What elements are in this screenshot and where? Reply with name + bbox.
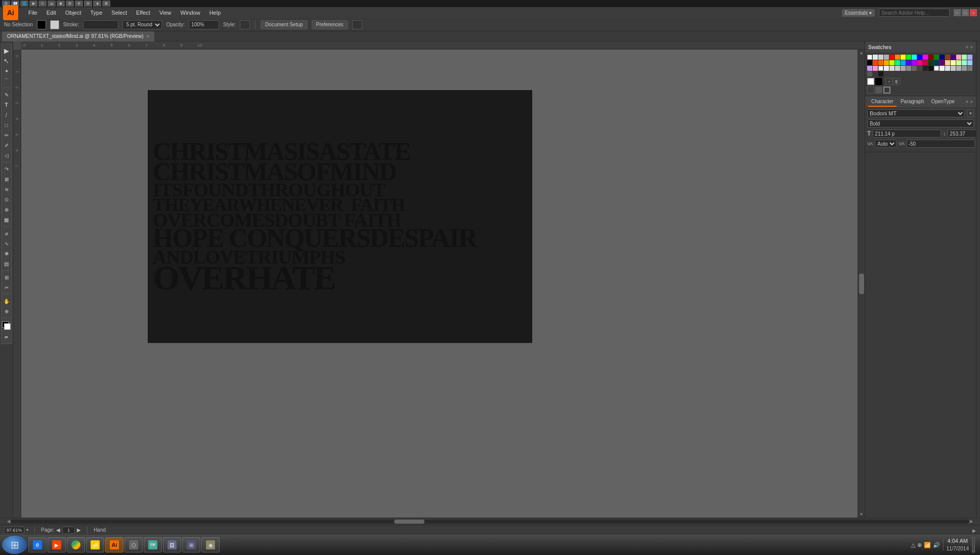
doc-setup-button[interactable]: Document Setup — [261, 20, 308, 29]
zoom-input[interactable] — [4, 527, 24, 534]
tool-scale[interactable]: ⊠ — [2, 175, 11, 184]
taskbar-app1[interactable]: ⬡ — [124, 537, 143, 552]
tool-free-transform[interactable]: ⊕ — [2, 205, 11, 214]
swatch-r3-7[interactable] — [912, 66, 917, 71]
swatch-1[interactable] — [873, 55, 878, 60]
swatch-r3-8[interactable] — [917, 66, 922, 71]
maximize-button[interactable]: □ — [962, 9, 969, 16]
stroke-swatch[interactable] — [50, 20, 59, 29]
font-size-input[interactable] — [873, 130, 941, 138]
font-name-select[interactable]: Bodoni MT — [867, 109, 965, 117]
tool-column-graph[interactable]: ▤ — [2, 259, 11, 268]
swatch-r3-18[interactable] — [867, 71, 872, 76]
menu-edit[interactable]: Edit — [42, 9, 60, 17]
top-icon-7[interactable]: ◉ — [57, 1, 65, 7]
zoom-arrow[interactable]: ▾ — [26, 528, 28, 532]
tray-icon-1[interactable]: △ — [911, 542, 915, 548]
tool-width[interactable]: ⊙ — [2, 195, 11, 204]
tool-eyedropper[interactable]: ⌀ — [2, 229, 11, 238]
swatch-r3-20[interactable] — [878, 71, 883, 76]
tool-selection[interactable]: ▶ — [2, 46, 11, 55]
taskbar-app3[interactable]: ◉ — [201, 537, 220, 552]
page-next[interactable]: ▶ — [77, 527, 81, 533]
top-icon-3[interactable]: 🌐 — [20, 1, 28, 7]
swatch-r3-17[interactable] — [967, 66, 972, 71]
swatch-r3-19[interactable] — [873, 71, 878, 76]
swatch-r3-9[interactable] — [923, 66, 928, 71]
swatch-r3-5[interactable] — [901, 66, 906, 71]
swatch-green[interactable] — [906, 55, 911, 60]
top-icon-9[interactable]: ⊕ — [75, 1, 83, 7]
swap-colors-btn[interactable]: ⇄ — [2, 332, 11, 341]
tool-symbol[interactable]: ❋ — [2, 249, 11, 258]
menu-file[interactable]: File — [24, 9, 41, 17]
taskbar-explorer[interactable]: 📁 — [86, 537, 104, 552]
swatch-lightblue[interactable] — [967, 55, 972, 60]
swatch-yellow[interactable] — [901, 55, 906, 60]
tool-zoom[interactable]: ⊕ — [2, 307, 11, 316]
swatch-white[interactable] — [867, 55, 872, 60]
swatch-r2-15[interactable] — [951, 60, 956, 65]
swatch-r3-16[interactable] — [962, 66, 967, 71]
tool-eraser[interactable]: ◁ — [2, 151, 11, 160]
menu-help[interactable]: Help — [205, 9, 225, 17]
swatches-menu-icon[interactable]: ≡ — [965, 45, 968, 50]
search-input[interactable] — [879, 9, 950, 17]
tab-paragraph[interactable]: Paragraph — [898, 97, 927, 107]
document-tab[interactable]: ORNAMENTTEXT_stateofMind.ai @ 97.61% (RG… — [2, 31, 154, 41]
sound-icon[interactable]: 🔊 — [933, 542, 940, 548]
swatch-r2-11[interactable] — [928, 60, 933, 65]
menu-type[interactable]: Type — [87, 9, 107, 17]
swatch-magenta[interactable] — [923, 55, 928, 60]
tool-blend[interactable]: ∿ — [2, 239, 11, 248]
swatches-collapse-icon[interactable]: × — [970, 45, 973, 50]
scroll-left-arrow[interactable]: ◀ — [7, 519, 10, 524]
menu-select[interactable]: Select — [107, 9, 131, 17]
scroll-down-arrow[interactable]: ▼ — [860, 512, 864, 517]
swatch-darkblue[interactable] — [940, 55, 945, 60]
tool-magic-wand[interactable]: ✦ — [2, 66, 11, 75]
preferences-button[interactable]: Preferences — [312, 20, 348, 29]
new-swatch-btn[interactable]: + — [885, 78, 892, 85]
char-menu-icon[interactable]: ≡ — [965, 99, 968, 104]
top-icon-10[interactable]: ⊗ — [84, 1, 92, 7]
swatch-r2-8[interactable] — [912, 60, 917, 65]
swatch-r3-3[interactable] — [889, 66, 894, 71]
swatch-lg-black[interactable] — [875, 78, 882, 85]
h-scroll-thumb[interactable] — [394, 520, 424, 524]
taskbar-maps[interactable]: 🗺 — [144, 537, 162, 552]
swatch-2[interactable] — [878, 55, 883, 60]
tool-graph[interactable]: ▦ — [2, 215, 11, 224]
tool-rect[interactable]: □ — [2, 120, 11, 130]
swatch-brown[interactable] — [945, 55, 950, 60]
swatch-r3-11[interactable] — [934, 66, 939, 71]
stroke-input[interactable] — [83, 20, 118, 29]
swatch-tool-2[interactable] — [875, 87, 882, 94]
menu-object[interactable]: Object — [61, 9, 86, 17]
swatch-r2-6[interactable] — [901, 60, 906, 65]
tab-character[interactable]: Character — [868, 97, 897, 107]
swatch-blue[interactable] — [917, 55, 922, 60]
tool-pen[interactable]: ✎ — [2, 90, 11, 99]
scroll-up-arrow[interactable]: ▲ — [860, 51, 864, 55]
swatch-red[interactable] — [889, 55, 894, 60]
swatch-lg-white[interactable] — [867, 78, 874, 85]
style-swatch[interactable] — [240, 20, 250, 29]
opacity-input[interactable] — [189, 20, 219, 29]
swatch-r2-18[interactable] — [967, 60, 972, 65]
swatch-r3-12[interactable] — [940, 66, 945, 71]
tool-hand[interactable]: ✋ — [2, 296, 11, 306]
swatch-r2-7[interactable] — [906, 60, 911, 65]
v-scroll-thumb[interactable] — [859, 274, 864, 294]
tool-rotate[interactable]: ↷ — [2, 164, 11, 174]
tool-warp[interactable]: ≋ — [2, 185, 11, 194]
swatch-r3-4[interactable] — [895, 66, 900, 71]
page-prev[interactable]: ◀ — [56, 527, 60, 533]
char-panel-header[interactable]: Character Paragraph OpenType ≡ × — [865, 96, 976, 107]
font-style-select[interactable]: Bold — [867, 119, 974, 127]
clock[interactable]: 4:04 AM 11/7/2014 — [947, 537, 969, 552]
delete-swatch-btn[interactable]: 🗑 — [893, 78, 900, 85]
swatch-r3-10[interactable] — [928, 66, 933, 71]
page-input[interactable] — [62, 527, 75, 534]
swatch-r2-9[interactable] — [917, 60, 922, 65]
